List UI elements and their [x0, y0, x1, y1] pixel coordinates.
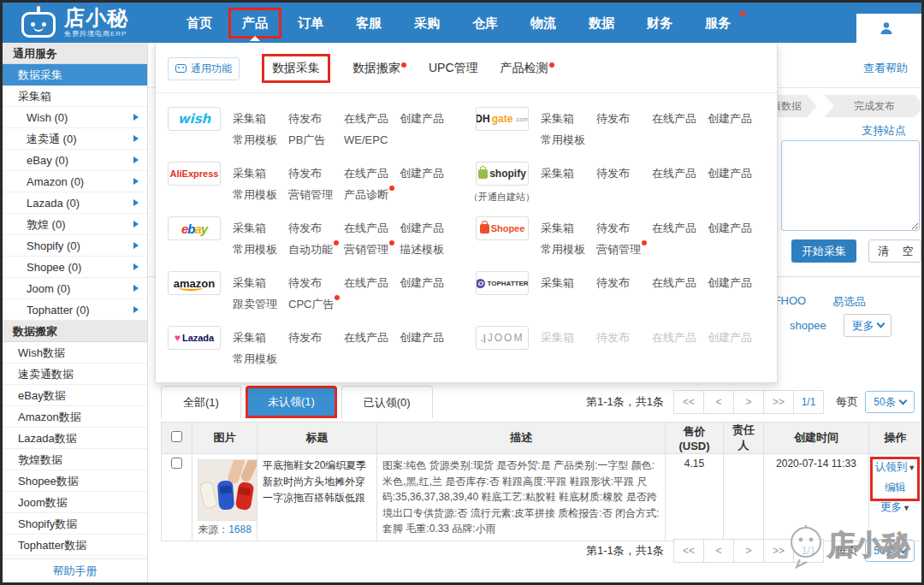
menu-link[interactable]: 采集箱 — [233, 272, 288, 293]
page-prev-button[interactable]: < — [703, 390, 734, 414]
claim-to-action[interactable]: 认领到▼ — [874, 458, 916, 478]
menu-tab-upc[interactable]: UPC管理 — [429, 61, 478, 76]
tab-claimed[interactable]: 已认领(0) — [341, 386, 433, 418]
menu-link[interactable]: WE/EPC — [344, 129, 400, 151]
sidebar-item-lazada[interactable]: Lazada (0) — [3, 192, 147, 214]
nav-item-warehouse[interactable]: 仓库 — [456, 3, 514, 43]
menu-link[interactable]: 待发布 — [596, 108, 652, 129]
menu-link[interactable]: 在线产品 — [652, 162, 708, 184]
page-prev-button[interactable]: < — [703, 539, 734, 563]
menu-link[interactable]: 在线产品 — [652, 217, 708, 239]
sidebar-item-shopify[interactable]: Shopify (0) — [3, 235, 147, 257]
menu-link[interactable]: 在线产品 — [652, 272, 708, 293]
sidebar-item-aliexpress[interactable]: 速卖通 (0) — [3, 128, 147, 150]
sidebar-item-tophatter[interactable]: Tophatter (0) — [3, 299, 147, 321]
menu-tab-data-migrate[interactable]: 数据搬家 — [352, 61, 406, 76]
sidebar-item-ebay-data[interactable]: eBay数据 — [3, 385, 147, 406]
row-checkbox[interactable] — [171, 458, 182, 469]
nav-item-finance[interactable]: 财务 — [631, 3, 689, 43]
sidebar-item-collect-box[interactable]: 采集箱 — [3, 86, 147, 107]
menu-link[interactable]: CPC广告 — [288, 293, 344, 315]
menu-link[interactable]: 创建产品 — [400, 162, 455, 184]
menu-link[interactable]: 描述模板 — [400, 239, 455, 260]
collect-url-textarea[interactable] — [781, 140, 920, 231]
menu-link[interactable]: 待发布 — [596, 272, 652, 293]
select-all-checkbox[interactable] — [171, 431, 182, 442]
menu-tab-product-check[interactable]: 产品检测 — [500, 61, 554, 76]
sidebar-item-joom[interactable]: Joom (0) — [3, 278, 147, 299]
view-help-link[interactable]: 查看帮助 — [863, 61, 908, 76]
menu-link[interactable]: 创建产品 — [708, 327, 763, 348]
page-first-button[interactable]: << — [673, 539, 704, 563]
menu-link[interactable]: 待发布 — [596, 327, 652, 348]
sidebar-item-lazada-data[interactable]: Lazada数据 — [3, 428, 147, 449]
menu-link[interactable]: 在线产品 — [344, 162, 400, 184]
product-image[interactable] — [198, 459, 258, 521]
menu-link[interactable]: 常用模板 — [541, 129, 596, 151]
menu-link[interactable]: 营销管理 — [344, 239, 400, 260]
menu-link[interactable]: 采集箱 — [541, 272, 596, 293]
menu-link[interactable]: 创建产品 — [708, 108, 763, 129]
quick-link-shopee[interactable]: shopee — [790, 319, 826, 332]
page-first-button[interactable]: << — [673, 390, 704, 414]
menu-link[interactable]: 常用模板 — [233, 348, 288, 369]
sidebar-item-dunhuang-data[interactable]: 敦煌数据 — [3, 449, 147, 470]
per-page-select[interactable]: 50条 — [865, 540, 915, 562]
start-collect-button[interactable]: 开始采集 — [791, 239, 856, 263]
sidebar-item-wish[interactable]: Wish (0) — [3, 107, 147, 128]
supported-sites-link[interactable]: 支持站点 — [862, 123, 906, 139]
nav-item-services[interactable]: 服务 — [689, 3, 747, 43]
nav-item-home[interactable]: 首页 — [170, 3, 228, 43]
menu-link[interactable]: 营销管理 — [288, 184, 344, 205]
more-action[interactable]: 更多▼ — [874, 498, 916, 518]
menu-link[interactable]: 待发布 — [288, 217, 344, 239]
menu-link[interactable]: 在线产品 — [652, 327, 708, 348]
menu-link[interactable]: 采集箱 — [541, 108, 596, 129]
menu-link[interactable]: 产品诊断 — [344, 184, 400, 205]
menu-link[interactable]: 在线产品 — [344, 108, 400, 129]
menu-link[interactable]: 待发布 — [288, 272, 344, 293]
menu-link[interactable]: 创建产品 — [400, 327, 455, 348]
nav-item-data[interactable]: 数据 — [572, 3, 631, 43]
menu-link[interactable]: 创建产品 — [708, 217, 763, 239]
menu-link[interactable]: 采集箱 — [233, 162, 288, 184]
tab-unclaimed[interactable]: 未认领(1) — [246, 386, 337, 418]
quick-link-yixuanpin[interactable]: 易选品 — [832, 294, 866, 310]
page-last-button[interactable]: >> — [763, 539, 794, 563]
menu-link[interactable]: 待发布 — [596, 217, 652, 239]
menu-link[interactable]: 采集箱 — [233, 217, 288, 239]
sidebar-item-aliexpress-data[interactable]: 速卖通数据 — [3, 363, 147, 385]
menu-link[interactable]: 在线产品 — [344, 217, 400, 239]
sidebar-item-ebay[interactable]: eBay (0) — [3, 150, 147, 171]
menu-link[interactable]: 创建产品 — [400, 272, 455, 293]
menu-link[interactable]: 在线产品 — [344, 272, 400, 293]
sidebar-item-wish-data[interactable]: Wish数据 — [3, 342, 147, 363]
help-manual-link[interactable]: 帮助手册 — [3, 558, 147, 582]
menu-link[interactable]: 跟卖管理 — [233, 293, 288, 315]
nav-item-purchase[interactable]: 采购 — [398, 3, 456, 43]
page-next-button[interactable]: > — [733, 539, 764, 563]
menu-link[interactable]: 创建产品 — [400, 108, 455, 129]
menu-link[interactable]: 采集箱 — [541, 217, 596, 239]
brand-logo[interactable]: 店小秘 免费跨境电商ERP — [21, 8, 128, 38]
menu-link[interactable]: 营销管理 — [596, 239, 652, 260]
sidebar-item-tophatter-data[interactable]: Tophatter数据 — [3, 535, 147, 556]
menu-link[interactable]: 采集箱 — [541, 327, 596, 348]
sidebar-item-amazon[interactable]: Amazon (0) — [3, 171, 147, 192]
clear-button[interactable]: 清 空 — [868, 239, 921, 263]
nav-item-logistics[interactable]: 物流 — [514, 3, 572, 43]
menu-link[interactable]: 常用模板 — [541, 239, 596, 260]
sidebar-item-dunhuang[interactable]: 敦煌 (0) — [3, 214, 147, 235]
menu-link[interactable]: 创建产品 — [400, 217, 455, 239]
menu-link[interactable]: 在线产品 — [652, 108, 708, 129]
menu-link[interactable]: 常用模板 — [233, 184, 288, 205]
per-page-select[interactable]: 50条 — [865, 391, 915, 413]
menu-link[interactable]: 创建产品 — [708, 272, 763, 293]
menu-link[interactable]: PB广告 — [288, 129, 344, 151]
sidebar-item-joom-data[interactable]: Joom数据 — [3, 492, 147, 513]
menu-link[interactable]: 自动功能 — [288, 239, 344, 260]
edit-action[interactable]: 编辑 — [874, 478, 916, 498]
general-functions-badge[interactable]: 通用功能 — [168, 57, 240, 80]
menu-link[interactable]: 常用模板 — [233, 239, 288, 260]
menu-link[interactable]: 待发布 — [596, 162, 652, 184]
